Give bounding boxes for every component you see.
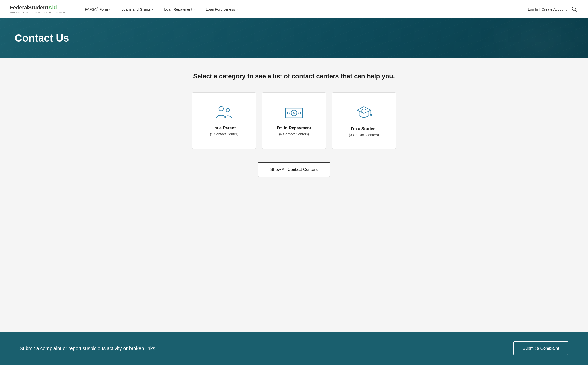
section-heading: Select a category to see a list of conta… [193,72,395,80]
svg-point-11 [370,114,372,116]
logo-federal: Federal [10,4,28,11]
logo-student: Student [28,4,48,11]
logo-text: FederalStudentAid [10,4,65,11]
auth-separator: | [539,7,540,11]
main-nav: FAFSA® Form ▾ Loans and Grants ▾ Loan Re… [80,0,528,18]
contact-cards-row: I'm a Parent (1 Contact Center) $ I'm in… [192,92,396,149]
auth-links: Log In | Create Account [528,7,567,11]
svg-point-7 [287,112,290,114]
hero-banner: Contact Us [0,18,588,58]
card-student-label: I'm a Student [351,126,377,131]
nav-loan-repayment-label: Loan Repayment [164,7,192,11]
show-all-contact-centers-button[interactable]: Show All Contact Centers [258,162,331,177]
chevron-down-icon: ▾ [193,8,195,11]
card-repayment[interactable]: $ I'm in Repayment (6 Contact Centers) [262,92,326,149]
search-icon [572,6,577,12]
card-parent[interactable]: I'm a Parent (1 Contact Center) [192,92,256,149]
search-button[interactable] [570,5,578,13]
footer-text: Submit a complaint or report suspicious … [20,346,157,351]
student-icon [354,105,374,122]
card-repayment-label: I'm in Repayment [277,126,311,131]
nav-loans-grants[interactable]: Loans and Grants ▾ [116,0,159,18]
svg-text:$: $ [293,111,295,115]
page-title: Contact Us [15,32,69,44]
svg-point-3 [226,108,229,112]
repayment-icon: $ [284,105,304,121]
header-auth-area: Log In | Create Account [528,5,578,13]
main-content: Select a category to see a list of conta… [0,58,588,332]
nav-loans-grants-label: Loans and Grants [121,7,151,11]
login-link[interactable]: Log In [528,7,538,11]
submit-complaint-button[interactable]: Submit a Complaint [513,341,568,355]
chevron-down-icon: ▾ [152,8,153,11]
nav-loan-forgiveness-label: Loan Forgiveness [206,7,235,11]
svg-point-12 [362,109,366,113]
card-student-sublabel: (3 Contact Centers) [349,133,379,137]
card-student[interactable]: I'm a Student (3 Contact Centers) [332,92,396,149]
logo[interactable]: FederalStudentAid An Office of the U.S. … [10,4,65,14]
parent-icon [214,105,234,121]
chevron-down-icon: ▾ [109,8,111,11]
svg-point-8 [298,112,301,114]
svg-point-2 [219,106,223,111]
footer-banner: Submit a complaint or report suspicious … [0,332,588,365]
svg-line-1 [575,10,577,12]
logo-aid: Aid [48,4,57,11]
site-header: FederalStudentAid An Office of the U.S. … [0,0,588,18]
nav-loan-repayment[interactable]: Loan Repayment ▾ [159,0,200,18]
card-repayment-sublabel: (6 Contact Centers) [279,132,309,136]
chevron-down-icon: ▾ [236,8,238,11]
create-account-link[interactable]: Create Account [541,7,567,11]
nav-fafsa[interactable]: FAFSA® Form ▾ [80,0,116,18]
nav-fafsa-label: FAFSA® Form [85,7,108,11]
nav-loan-forgiveness[interactable]: Loan Forgiveness ▾ [200,0,243,18]
card-parent-sublabel: (1 Contact Center) [210,132,238,136]
card-parent-label: I'm a Parent [212,126,236,131]
logo-subtitle: An Office of the U.S. Department of Educ… [10,12,65,14]
